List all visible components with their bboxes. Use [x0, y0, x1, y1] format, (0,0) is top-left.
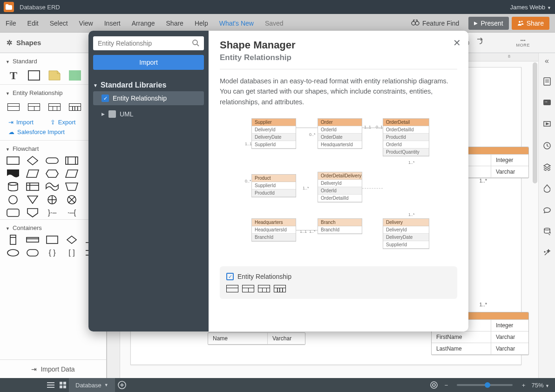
ct-rrect-icon[interactable] — [26, 248, 39, 257]
search-input[interactable] — [98, 40, 192, 47]
import-library-button[interactable]: Import — [93, 55, 204, 70]
mini-row: DeliveryId — [318, 180, 362, 187]
svg-rect-45 — [60, 382, 62, 385]
present-panel-icon[interactable] — [542, 119, 552, 129]
share-button[interactable]: Share — [512, 17, 549, 30]
fc-sum-icon[interactable] — [65, 195, 78, 204]
fc-rrect-icon[interactable] — [7, 208, 20, 217]
import-erd-link[interactable]: ⇥Import — [8, 119, 34, 126]
svg-text:"": "" — [545, 101, 548, 105]
more-toolbar-button[interactable]: ••• MORE — [516, 38, 530, 47]
shapes-panel-toggle[interactable]: ✲ Shapes — [0, 33, 93, 53]
menu-help[interactable]: Help — [195, 20, 208, 27]
fc-circle-icon[interactable] — [7, 195, 20, 204]
block-shape-icon[interactable] — [27, 70, 41, 81]
user-menu[interactable]: James Webb▼ — [510, 4, 551, 11]
db-panel-icon[interactable] — [542, 226, 552, 237]
libraries-tree-header[interactable]: ▼Standard Libraries — [93, 81, 204, 89]
er-entity4-icon[interactable] — [68, 102, 82, 112]
fc-rect-icon[interactable] — [7, 156, 20, 165]
fc-brace-icon[interactable]: }·– — [46, 208, 59, 217]
mini-row: HeadquartersId — [252, 226, 296, 234]
fc-hex-icon[interactable] — [46, 169, 59, 178]
ct-brackets-icon[interactable]: [ ] — [65, 248, 78, 257]
page-tab[interactable]: Database▼ — [69, 378, 115, 392]
zoom-slider[interactable] — [457, 384, 513, 386]
feature-find-button[interactable]: Feature Find — [411, 19, 459, 27]
cell: Varchar — [491, 331, 528, 343]
fc-predef-icon[interactable] — [65, 156, 78, 165]
fc-internal-icon[interactable] — [26, 182, 39, 191]
fc-tri-icon[interactable] — [26, 195, 39, 204]
list-view-icon[interactable] — [45, 379, 57, 391]
close-button[interactable]: ✕ — [453, 37, 461, 48]
zoom-level[interactable]: 75% ▼ — [531, 382, 549, 389]
layers-panel-icon[interactable] — [542, 162, 552, 172]
fc-doc-icon[interactable] — [7, 169, 20, 178]
title-bar: Database ERD James Webb▼ — [0, 0, 555, 14]
magic-panel-icon[interactable] — [542, 248, 552, 258]
ct-hbox-icon[interactable] — [26, 235, 39, 244]
document-title[interactable]: Database ERD — [20, 4, 60, 11]
library-search-field[interactable] — [93, 36, 204, 50]
grid-view-icon[interactable] — [57, 379, 69, 391]
fc-tape-icon[interactable] — [46, 182, 59, 191]
zoom-in-button[interactable]: + — [517, 379, 529, 391]
redo-icon[interactable] — [477, 38, 485, 47]
canvas-entity[interactable]: NameVarchar — [208, 332, 305, 345]
export-erd-link[interactable]: ⇪Export — [50, 119, 76, 126]
hotspot-shape-icon[interactable] — [68, 70, 82, 81]
checkbox-checked-icon[interactable]: ✓ — [102, 95, 109, 102]
chat-panel-icon[interactable] — [542, 205, 552, 215]
mini-row: ProductId — [252, 189, 296, 197]
fc-diamond-icon[interactable] — [26, 156, 39, 165]
er-entity3-icon[interactable] — [47, 102, 61, 112]
fc-shield-icon[interactable] — [26, 208, 39, 217]
note-shape-icon[interactable] — [47, 70, 61, 81]
fc-manual-icon[interactable] — [65, 182, 78, 191]
collapse-button[interactable]: « — [545, 57, 549, 65]
chevron-down-icon: ▼ — [93, 83, 98, 88]
vertical-scrollbar[interactable] — [533, 62, 537, 183]
fc-para-icon[interactable] — [65, 169, 78, 178]
zoom-thumb[interactable] — [485, 382, 490, 388]
add-page-button[interactable] — [115, 381, 129, 389]
menu-insert[interactable]: Insert — [104, 20, 121, 27]
checkbox-unchecked-icon[interactable] — [108, 110, 116, 118]
cell: Varchar — [268, 333, 305, 345]
er-entity1-icon[interactable] — [7, 102, 20, 112]
zoom-out-button[interactable]: − — [440, 379, 452, 391]
cell: Varchar — [491, 343, 528, 355]
comment-panel-icon[interactable]: "" — [542, 98, 552, 108]
library-checkbox[interactable]: ✓ — [226, 273, 234, 280]
menu-share[interactable]: Share — [166, 20, 183, 27]
ct-ellipse-icon[interactable] — [7, 248, 20, 257]
ct-rect-icon[interactable] — [46, 235, 59, 244]
mini-entity-product: Product SupplierId ProductId — [251, 174, 296, 197]
fc-brace2-icon[interactable]: ·–{ — [65, 208, 78, 217]
er-entity2-icon[interactable] — [27, 102, 41, 112]
fc-or-icon[interactable] — [46, 195, 59, 204]
menu-arrange[interactable]: Arrange — [132, 20, 155, 27]
menu-whats-new[interactable]: What's New — [219, 20, 254, 27]
doc-panel-icon[interactable] — [542, 76, 552, 87]
fc-cyl-icon[interactable] — [7, 182, 20, 191]
menu-view[interactable]: View — [79, 20, 93, 27]
import-data-button[interactable]: ⇥Import Data — [0, 359, 106, 378]
history-panel-icon[interactable] — [542, 141, 552, 151]
ct-vbox-icon[interactable] — [7, 235, 20, 244]
text-shape-icon[interactable]: T — [7, 70, 20, 81]
present-button[interactable]: ▶Present — [468, 17, 508, 30]
tree-item-er[interactable]: ✓ Entity Relationship — [93, 91, 204, 105]
ct-diamond-icon[interactable] — [65, 235, 78, 244]
menu-edit[interactable]: Edit — [27, 20, 39, 27]
fc-terminator-icon[interactable] — [46, 156, 59, 165]
modal-subtitle: Entity Relationship — [220, 53, 457, 62]
fc-data-icon[interactable] — [26, 169, 39, 178]
tree-item-uml[interactable]: ▶ UML — [93, 107, 204, 121]
target-icon[interactable] — [428, 379, 440, 391]
data-panel-icon[interactable] — [542, 183, 552, 194]
menu-file[interactable]: File — [6, 20, 16, 27]
ct-braces-icon[interactable]: { } — [46, 248, 59, 257]
menu-select[interactable]: Select — [50, 20, 68, 27]
